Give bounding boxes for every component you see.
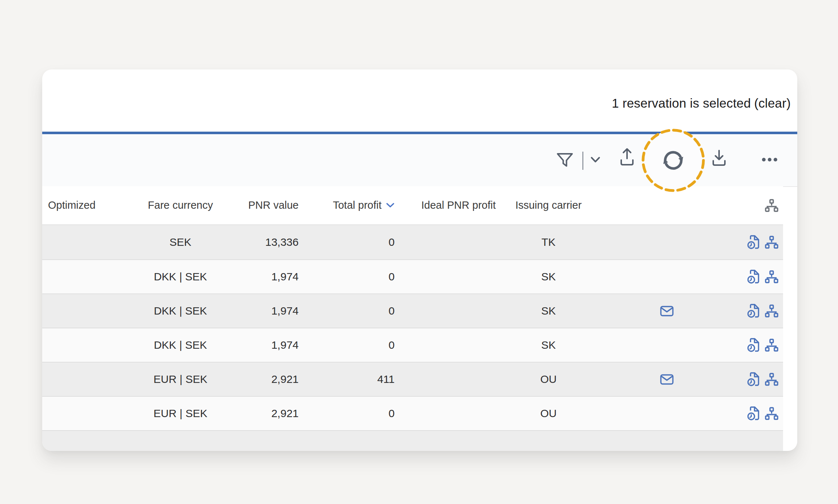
cell-issuing-carrier: SK (496, 260, 601, 293)
reservations-panel: 1 reservation is selected (clear) (42, 69, 797, 451)
cell-total-profit: 0 (299, 225, 395, 259)
cell-actions (732, 363, 783, 396)
cell-fare-currency: DKK | SEK (126, 294, 235, 328)
table-row[interactable]: SEK 13,336 0 TK (42, 225, 783, 259)
cell-total-profit: 411 (299, 363, 395, 396)
table-row[interactable]: DKK | SEK 1,974 0 SK (42, 293, 783, 328)
ellipsis-icon (762, 157, 778, 162)
cell-issuing-carrier: TK (496, 225, 601, 259)
column-header-fare-currency[interactable]: Fare currency (126, 186, 235, 224)
cell-total-profit: 0 (299, 294, 395, 328)
sort-desc-icon (386, 203, 395, 208)
table-body: SEK 13,336 0 TK (42, 225, 783, 451)
cell-notification (601, 225, 732, 259)
envelope-icon[interactable] (660, 306, 674, 316)
filter-icon (556, 153, 573, 167)
table-row-partial[interactable] (42, 430, 783, 451)
clear-selection-link[interactable]: (clear) (754, 96, 791, 111)
cell-ideal-pnr-profit (395, 260, 496, 293)
file-clock-icon[interactable] (747, 269, 759, 284)
cell-fare-currency: DKK | SEK (126, 260, 235, 293)
cell-optimized (48, 328, 124, 362)
hierarchy-icon[interactable] (765, 407, 778, 420)
cell-optimized (48, 260, 124, 293)
cell-ideal-pnr-profit (395, 225, 496, 259)
download-button[interactable] (712, 149, 726, 167)
cell-issuing-carrier: SK (496, 328, 601, 362)
cell-optimized (48, 397, 124, 430)
cell-issuing-carrier: OU (496, 397, 601, 430)
upload-icon (620, 147, 634, 167)
cell-issuing-carrier: SK (496, 294, 601, 328)
file-clock-icon[interactable] (747, 304, 759, 319)
file-clock-icon[interactable] (747, 338, 759, 353)
cell-fare-currency: EUR | SEK (126, 397, 235, 430)
column-header-issuing-carrier[interactable]: Issuing carrier (496, 186, 601, 224)
cell-fare-currency: DKK | SEK (126, 328, 235, 362)
cell-pnr-value: 13,336 (235, 225, 299, 259)
cell-pnr-value: 2,921 (235, 397, 299, 430)
cell-ideal-pnr-profit (395, 328, 496, 362)
cell-total-profit: 0 (299, 328, 395, 362)
hierarchy-icon (765, 199, 778, 212)
column-header-optimized[interactable]: Optimized (48, 186, 124, 224)
cell-actions (732, 397, 783, 430)
cell-optimized (48, 363, 124, 396)
column-header-pnr-value[interactable]: PNR value (235, 186, 299, 224)
table-toolbar (42, 134, 797, 187)
file-clock-icon[interactable] (747, 372, 759, 387)
cell-optimized (48, 294, 124, 328)
filter-expand-button[interactable] (590, 156, 600, 163)
more-options-button[interactable] (762, 157, 778, 162)
envelope-icon[interactable] (660, 374, 674, 385)
column-header-ideal-pnr-profit[interactable]: Ideal PNR profit (395, 186, 496, 224)
cell-ideal-pnr-profit (395, 294, 496, 328)
cell-pnr-value: 1,974 (235, 294, 299, 328)
cell-total-profit: 0 (299, 260, 395, 293)
toolbar-divider (582, 152, 583, 170)
hierarchy-icon[interactable] (765, 304, 778, 317)
cell-ideal-pnr-profit (395, 363, 496, 396)
cell-actions (732, 294, 783, 328)
cell-pnr-value: 2,921 (235, 363, 299, 396)
column-header-total-profit[interactable]: Total profit (299, 186, 395, 224)
filter-button[interactable] (556, 153, 573, 167)
column-header-actions[interactable] (732, 186, 783, 224)
page: { "banner": { "selection_text": "1 reser… (0, 0, 838, 504)
hierarchy-icon[interactable] (765, 339, 778, 352)
cell-fare-currency: EUR | SEK (126, 363, 235, 396)
cell-notification (601, 328, 732, 362)
download-icon (712, 149, 726, 167)
hierarchy-icon[interactable] (765, 270, 778, 283)
cell-actions (732, 225, 783, 259)
upload-button[interactable] (620, 147, 634, 167)
cell-optimized (48, 225, 124, 259)
cell-issuing-carrier: OU (496, 363, 601, 396)
table-row[interactable]: EUR | SEK 2,921 0 OU (42, 396, 783, 430)
hierarchy-icon[interactable] (765, 373, 778, 386)
cell-actions (732, 328, 783, 362)
table-row[interactable]: EUR | SEK 2,921 411 OU (42, 362, 783, 396)
hierarchy-icon[interactable] (765, 236, 778, 249)
cell-total-profit: 0 (299, 397, 395, 430)
selection-text: 1 reservation is selected (612, 96, 751, 111)
cell-notification (601, 397, 732, 430)
table-row[interactable]: DKK | SEK 1,974 0 SK (42, 328, 783, 362)
cell-pnr-value: 1,974 (235, 260, 299, 293)
refresh-button[interactable] (662, 149, 685, 172)
file-clock-icon[interactable] (747, 235, 759, 250)
chevron-down-icon (590, 156, 600, 163)
cell-notification (601, 363, 732, 396)
cell-fare-currency: SEK (126, 225, 235, 259)
refresh-icon (662, 149, 685, 172)
cell-pnr-value: 1,974 (235, 328, 299, 362)
cell-notification (601, 294, 732, 328)
file-clock-icon[interactable] (747, 406, 759, 421)
cell-actions (732, 260, 783, 293)
total-profit-label: Total profit (333, 199, 382, 211)
refresh-highlight-ring (641, 128, 705, 192)
table-row[interactable]: DKK | SEK 1,974 0 SK (42, 259, 783, 293)
selection-banner: 1 reservation is selected (clear) (42, 69, 797, 132)
cell-ideal-pnr-profit (395, 397, 496, 430)
cell-notification (601, 260, 732, 293)
